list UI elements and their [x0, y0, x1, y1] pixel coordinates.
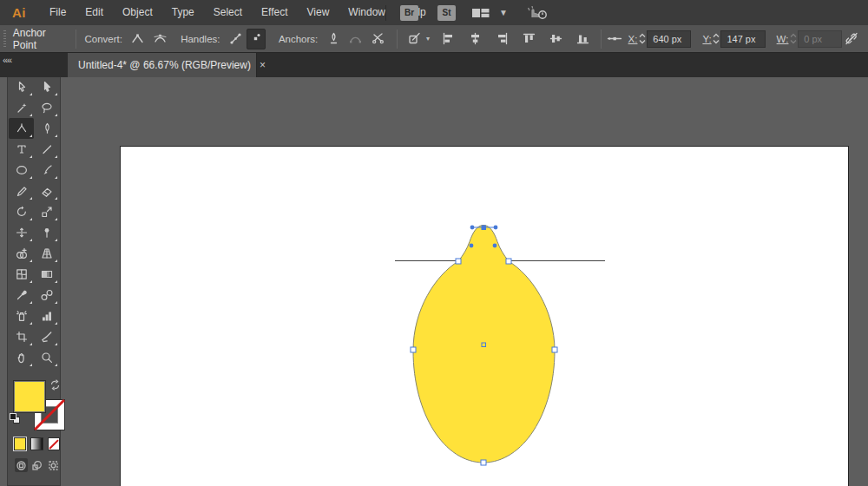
chevron-down-icon[interactable]: ▼ — [499, 8, 508, 17]
line-segment-tool[interactable] — [34, 139, 59, 160]
scale-tool[interactable] — [34, 201, 59, 222]
menu-bar: Ai FileEditObjectTypeSelectEffectViewWin… — [0, 0, 868, 25]
separator — [76, 30, 76, 49]
fill-swatch[interactable] — [13, 380, 46, 413]
puppet-warp-tool[interactable] — [34, 222, 59, 243]
align-top-button[interactable] — [518, 29, 539, 49]
magic-wand-tool[interactable] — [9, 97, 34, 118]
menu-view[interactable]: View — [298, 0, 339, 25]
menu-effect[interactable]: Effect — [252, 0, 297, 25]
zoom-tool[interactable] — [34, 347, 59, 368]
paintbrush-tool[interactable] — [34, 160, 59, 181]
color-type-row — [8, 437, 60, 450]
document-tab[interactable]: Untitled-4* @ 66.67% (RGB/Preview) × — [68, 53, 257, 77]
width-tool[interactable] — [9, 222, 34, 243]
lasso-tool[interactable] — [34, 97, 59, 118]
x-stepper[interactable] — [637, 33, 647, 44]
align-bottom-button[interactable] — [572, 29, 593, 49]
hand-tool[interactable] — [9, 347, 34, 368]
draw-behind-button[interactable] — [30, 458, 43, 472]
w-stepper — [788, 33, 798, 44]
artboard[interactable] — [120, 146, 849, 486]
document-tab-title: Untitled-4* @ 66.67% (RGB/Preview) — [78, 59, 251, 71]
color-button[interactable] — [14, 437, 26, 450]
isolate-object-button[interactable] — [404, 29, 424, 49]
chevron-down-icon[interactable]: ▾ — [426, 35, 430, 43]
anchor-point-label: Anchor Point — [13, 27, 67, 51]
anchor-point-tool[interactable] — [9, 118, 34, 139]
bridge-button[interactable]: Br — [400, 5, 418, 21]
fill-stroke-controls — [8, 378, 60, 434]
cut-path-button[interactable] — [368, 29, 387, 49]
arrange-documents-icon[interactable] — [471, 7, 490, 19]
curvature-tool[interactable] — [34, 118, 59, 139]
control-bar-grip[interactable] — [3, 30, 6, 48]
menu-edit[interactable]: Edit — [76, 0, 113, 25]
tab-strip: «« Untitled-4* @ 66.67% (RGB/Preview) × — [0, 53, 868, 77]
close-tab-icon[interactable]: × — [260, 60, 266, 70]
convert-to-corner-button[interactable] — [128, 29, 148, 49]
draw-inside-button[interactable] — [47, 458, 60, 472]
connect-endpoints-button[interactable] — [346, 29, 365, 49]
rotate-tool[interactable] — [9, 201, 34, 222]
tool-grid — [8, 76, 60, 368]
show-handles-button[interactable] — [227, 29, 246, 49]
shape-builder-tool[interactable] — [9, 243, 34, 264]
tools-panel — [7, 64, 61, 486]
x-input[interactable]: 640 px — [647, 30, 691, 48]
align-right-button[interactable] — [491, 29, 512, 49]
symbol-sprayer-tool[interactable] — [9, 305, 34, 326]
convert-label: Convert: — [85, 34, 122, 44]
swap-fill-stroke-icon[interactable] — [49, 378, 61, 394]
blend-tool[interactable] — [34, 285, 59, 305]
y-stepper[interactable] — [712, 33, 721, 44]
collapse-panel-button[interactable]: «« — [3, 55, 11, 65]
separator — [397, 30, 398, 49]
align-left-button[interactable] — [437, 29, 458, 49]
anchor-point-display-icon — [605, 29, 624, 49]
slice-tool[interactable] — [34, 326, 59, 347]
separator — [601, 30, 602, 49]
draw-normal-button[interactable] — [15, 458, 28, 472]
menu-items: FileEditObjectTypeSelectEffectViewWindow… — [40, 0, 436, 25]
stock-button[interactable]: St — [437, 5, 456, 21]
menu-object[interactable]: Object — [113, 0, 162, 25]
artboard-tool[interactable] — [9, 326, 34, 347]
illustrator-logo: Ai — [12, 5, 26, 20]
pasteboard — [0, 77, 868, 486]
align-middle-vertical-button[interactable] — [545, 29, 566, 49]
x-label[interactable]: X: — [628, 34, 638, 44]
none-button[interactable] — [48, 437, 60, 450]
menubar-separator — [385, 5, 386, 21]
gradient-button[interactable] — [30, 437, 43, 450]
w-label: W: — [777, 34, 789, 44]
convert-to-smooth-button[interactable] — [151, 29, 170, 49]
touch-workspace-icon[interactable] — [527, 5, 549, 21]
direct-selection-tool[interactable] — [34, 76, 59, 97]
eraser-tool[interactable] — [34, 181, 59, 201]
type-tool[interactable] — [9, 139, 34, 160]
gradient-tool[interactable] — [34, 264, 59, 285]
mesh-tool[interactable] — [9, 264, 34, 285]
column-graph-tool[interactable] — [34, 305, 59, 326]
drawing-modes-row — [8, 458, 60, 472]
default-fill-stroke-icon[interactable] — [10, 413, 20, 424]
perspective-grid-tool[interactable] — [34, 243, 59, 264]
anchors-label: Anchors: — [279, 34, 318, 44]
selection-tool[interactable] — [9, 76, 34, 97]
menu-file[interactable]: File — [40, 0, 76, 25]
pencil-tool[interactable] — [9, 181, 34, 201]
hide-handles-button[interactable] — [247, 29, 266, 49]
align-center-horizontal-button[interactable] — [464, 29, 485, 49]
ellipse-tool[interactable] — [9, 160, 34, 181]
w-input: 0 px — [798, 30, 842, 48]
handles-label: Handles: — [181, 34, 220, 44]
remove-anchor-button[interactable] — [324, 29, 343, 49]
menu-select[interactable]: Select — [204, 0, 252, 25]
unlink-dimensions-icon[interactable] — [842, 29, 861, 49]
menu-type[interactable]: Type — [162, 0, 204, 25]
eyedropper-tool[interactable] — [9, 285, 34, 305]
y-label[interactable]: Y: — [702, 34, 711, 44]
control-bar: Anchor Point Convert: Handles: Anchors: … — [0, 25, 868, 53]
y-input[interactable]: 147 px — [720, 30, 765, 48]
